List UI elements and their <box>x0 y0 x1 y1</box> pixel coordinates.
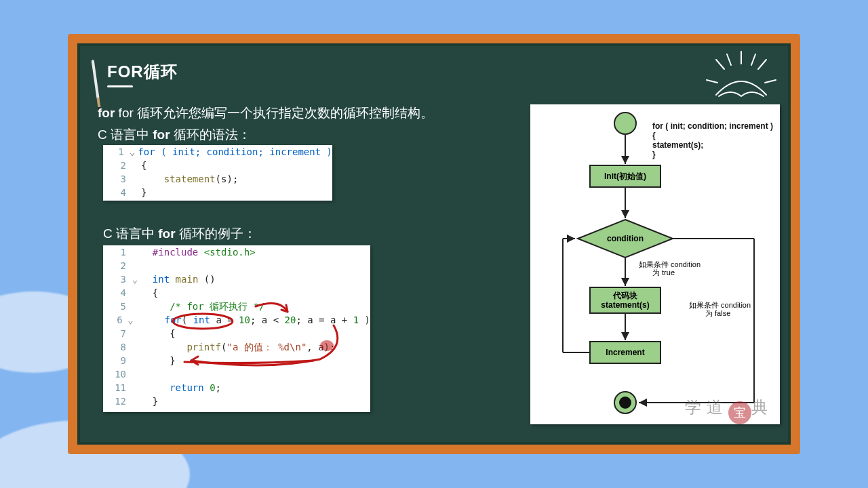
flow-label-false: 如果条件 condition为 false <box>689 301 751 317</box>
svg-line-2 <box>758 60 766 69</box>
code-line: } <box>140 186 146 199</box>
svg-line-4 <box>765 80 776 83</box>
svg-text:代码块: 代码块 <box>612 291 637 300</box>
flow-label-true: 如果条件 condition为 true <box>639 260 701 277</box>
flow-node-increment: Increment <box>606 348 644 357</box>
subtitle-example: C 语言中 for 循环的例子： <box>103 225 256 243</box>
seal-icon: 宝 <box>728 401 751 424</box>
svg-line-6 <box>751 54 755 65</box>
flow-syntax: for ( init; condition; increment ) <box>652 121 773 131</box>
svg-text:{: { <box>652 131 656 140</box>
description-text: for for 循环允许您编写一个执行指定次数的循环控制结构。 <box>98 104 433 122</box>
code-syntax-box: 1⌄for ( init; condition; increment ) 2{ … <box>103 145 332 201</box>
svg-line-5 <box>727 54 731 65</box>
description-body: for 循环允许您编写一个执行指定次数的循环控制结构。 <box>119 106 433 120</box>
sun-doodle-icon <box>704 47 778 108</box>
svg-text:}: } <box>652 150 656 159</box>
subtitle-syntax: C 语言中 for 循环的语法： <box>98 126 251 144</box>
slide-frame: FOR循环 for for 循环允许您编写一个执行指定次数的循环控制结构。 C … <box>68 34 800 454</box>
flow-node-condition: condition <box>607 234 644 243</box>
svg-text:statement(s);: statement(s); <box>652 140 703 150</box>
svg-line-1 <box>716 60 724 69</box>
code-example-box: 1 #include <stdio.h> 2 3⌄ int main () 4 … <box>103 245 370 412</box>
page-title: FOR循环 <box>107 61 178 87</box>
code-line: for ( init; condition; increment ) <box>138 146 332 157</box>
chalkboard: FOR循环 for for 循环允许您编写一个执行指定次数的循环控制结构。 C … <box>77 43 791 445</box>
svg-point-30 <box>619 396 631 409</box>
flow-node-init: Init(初始值) <box>604 171 646 181</box>
svg-line-3 <box>707 80 717 83</box>
svg-point-12 <box>614 113 636 134</box>
flowchart-panel: for ( init; condition; increment ) { sta… <box>530 104 780 424</box>
svg-text:statement(s): statement(s) <box>601 300 649 310</box>
watermark-logo: 学道宝典 <box>685 396 773 424</box>
code-line: { <box>140 159 146 172</box>
